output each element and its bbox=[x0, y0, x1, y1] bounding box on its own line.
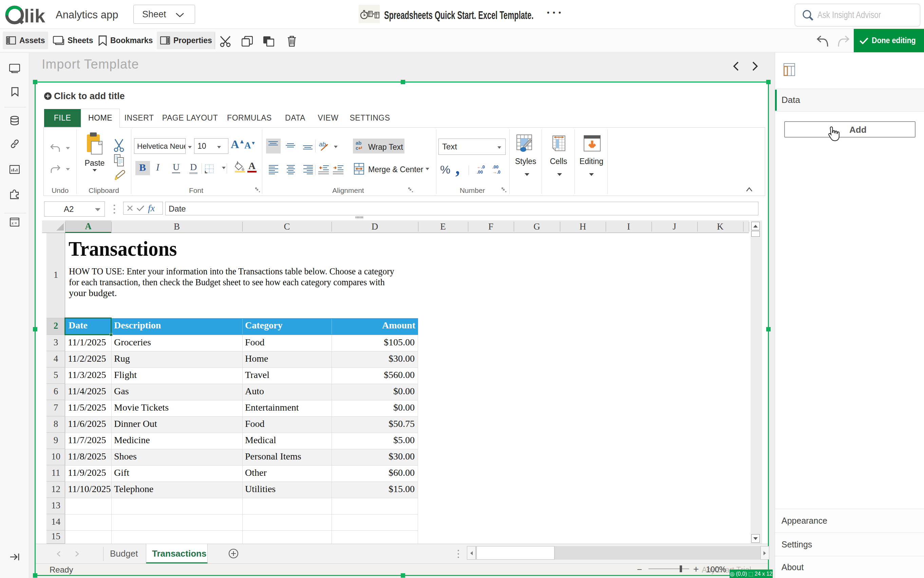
svg-text:lik: lik bbox=[24, 5, 45, 24]
svg-text:x: x bbox=[11, 221, 14, 226]
svg-text:=: = bbox=[15, 221, 17, 226]
